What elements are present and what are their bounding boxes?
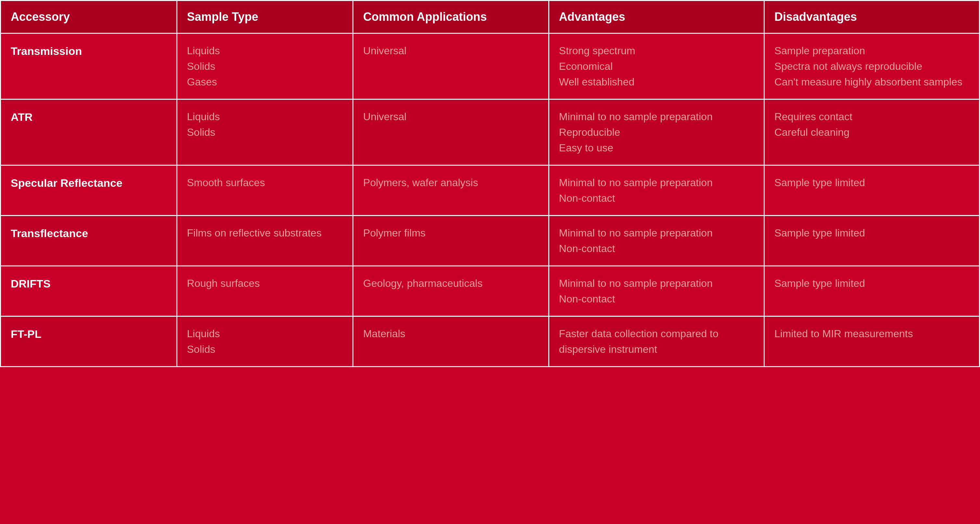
cell-disadvantages: Limited to MIR measurements [764, 316, 979, 367]
cell-sample-type: Smooth surfaces [177, 166, 353, 216]
cell-applications: Polymers, wafer analysis [353, 166, 549, 216]
table-header-row: Accessory Sample Type Common Application… [1, 1, 980, 33]
header-applications: Common Applications [353, 1, 549, 33]
cell-disadvantages: Sample type limited [764, 166, 979, 216]
header-disadvantages: Disadvantages [764, 1, 979, 33]
cell-applications: Universal [353, 99, 549, 166]
cell-sample-type: LiquidsSolids [177, 316, 353, 367]
cell-applications: Geology, pharmaceuticals [353, 266, 549, 316]
cell-advantages: Minimal to no sample preparationNon-cont… [549, 166, 764, 216]
cell-disadvantages: Requires contactCareful cleaning [764, 99, 979, 166]
table-row: TransflectanceFilms on reflective substr… [1, 216, 980, 266]
cell-sample-type: LiquidsSolids [177, 99, 353, 166]
header-accessory: Accessory [1, 1, 177, 33]
cell-accessory: DRIFTS [1, 266, 177, 316]
table-row: TransmissionLiquidsSolidsGasesUniversalS… [1, 33, 980, 99]
cell-accessory: ATR [1, 99, 177, 166]
header-advantages: Advantages [549, 1, 764, 33]
cell-applications: Materials [353, 316, 549, 367]
table-row: FT-PLLiquidsSolidsMaterialsFaster data c… [1, 316, 980, 367]
cell-accessory: Transflectance [1, 216, 177, 266]
cell-sample-type: Rough surfaces [177, 266, 353, 316]
cell-advantages: Minimal to no sample preparationReproduc… [549, 99, 764, 166]
header-sample-type: Sample Type [177, 1, 353, 33]
cell-applications: Polymer films [353, 216, 549, 266]
cell-disadvantages: Sample type limited [764, 266, 979, 316]
cell-sample-type: LiquidsSolidsGases [177, 33, 353, 99]
cell-advantages: Minimal to no sample preparationNon-cont… [549, 216, 764, 266]
cell-sample-type: Films on reflective substrates [177, 216, 353, 266]
comparison-table: Accessory Sample Type Common Application… [0, 0, 980, 367]
table-row: DRIFTSRough surfacesGeology, pharmaceuti… [1, 266, 980, 316]
cell-accessory: Specular Reflectance [1, 166, 177, 216]
cell-advantages: Minimal to no sample preparationNon-cont… [549, 266, 764, 316]
table-row: ATRLiquidsSolidsUniversalMinimal to no s… [1, 99, 980, 166]
cell-advantages: Faster data collection compared to dispe… [549, 316, 764, 367]
cell-accessory: Transmission [1, 33, 177, 99]
table-row: Specular ReflectanceSmooth surfacesPolym… [1, 166, 980, 216]
cell-disadvantages: Sample preparationSpectra not always rep… [764, 33, 979, 99]
cell-applications: Universal [353, 33, 549, 99]
cell-disadvantages: Sample type limited [764, 216, 979, 266]
cell-advantages: Strong spectrumEconomicalWell establishe… [549, 33, 764, 99]
cell-accessory: FT-PL [1, 316, 177, 367]
